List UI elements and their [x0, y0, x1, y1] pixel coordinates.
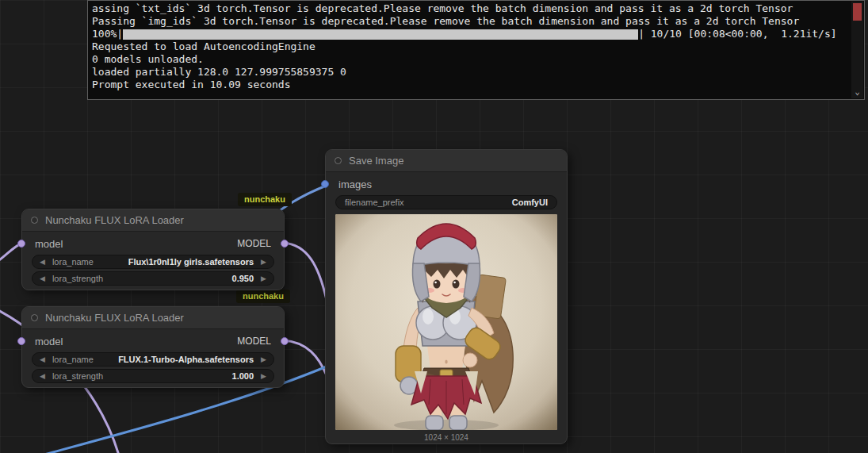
widget-label: lora_name	[52, 355, 94, 364]
arrow-right-icon[interactable]: ▶	[261, 258, 266, 266]
widget-lora-name[interactable]: ◀ lora_name FLUX.1-Turbo-Alpha.safetenso…	[32, 352, 274, 367]
arrow-right-icon[interactable]: ▶	[261, 372, 266, 380]
arrow-right-icon[interactable]: ▶	[261, 355, 266, 363]
node-header[interactable]: Nunchaku FLUX LoRA Loader	[22, 307, 284, 329]
knight-girl-illustration	[335, 214, 557, 430]
node-header[interactable]: Save Image	[326, 150, 567, 172]
node-badge-nunchaku: nunchaku	[236, 290, 290, 303]
widget-value: 0.950	[232, 274, 254, 283]
node-title: Nunchaku FLUX LoRA Loader	[45, 214, 184, 226]
widget-value: Flux\1r0nl1ly girls.safetensors	[128, 257, 254, 267]
collapse-dot[interactable]	[31, 314, 38, 321]
progress-bar-fill	[123, 29, 638, 40]
widget-filename-prefix[interactable]: filename_prefix ComfyUI	[335, 195, 557, 209]
widget-label: lora_strength	[52, 274, 103, 283]
progress-suffix: | 10/10 [00:08<00:00, 1.21it/s]	[638, 28, 836, 40]
node-graph-canvas[interactable]: assing `txt_ids` 3d torch.Tensor is depr…	[0, 0, 868, 453]
slot-row-model: model MODEL	[22, 235, 284, 252]
widget-label: filename_prefix	[345, 198, 404, 207]
scroll-down-arrow-icon[interactable]: ⌄	[851, 87, 863, 98]
slot-row-model: model MODEL	[22, 332, 284, 350]
widget-value: ComfyUI	[512, 198, 548, 207]
node-header[interactable]: Nunchaku FLUX LoRA Loader	[22, 209, 284, 232]
input-slot-model[interactable]	[17, 337, 25, 345]
image-resolution-caption: 1024 × 1024	[326, 433, 567, 442]
progress-line: 100%|| 10/10 [00:08<00:00, 1.21it/s]	[92, 28, 848, 40]
console-line: Requested to load AutoencodingEngine	[92, 40, 848, 53]
collapse-dot[interactable]	[31, 217, 38, 224]
console-log-panel: assing `txt_ids` 3d torch.Tensor is depr…	[87, 0, 865, 100]
widget-label: lora_strength	[52, 371, 103, 381]
arrow-left-icon[interactable]: ◀	[40, 355, 45, 363]
node-title: Nunchaku FLUX LoRA Loader	[45, 312, 184, 324]
generated-image-preview[interactable]	[335, 214, 557, 430]
input-slot-images[interactable]	[321, 180, 329, 188]
progress-prefix: 100%|	[92, 28, 123, 40]
console-scrollbar[interactable]: ⌄	[851, 2, 863, 98]
arrow-right-icon[interactable]: ▶	[261, 274, 266, 282]
console-line: Prompt executed in 10.09 seconds	[92, 79, 848, 91]
console-line: assing `txt_ids` 3d torch.Tensor is depr…	[92, 2, 848, 15]
input-slot-label: model	[35, 336, 63, 347]
node-nunchaku-flux-lora-loader-1[interactable]: Nunchaku FLUX LoRA Loader model MODEL ◀ …	[21, 209, 285, 290]
node-badge-nunchaku: nunchaku	[238, 193, 292, 206]
console-line: 0 models unloaded.	[92, 53, 848, 66]
widget-lora-strength[interactable]: ◀ lora_strength 0.950 ▶	[32, 271, 274, 286]
arrow-left-icon[interactable]: ◀	[40, 274, 45, 282]
console-line: Passing `img_ids` 3d torch.Tensor is dep…	[92, 15, 848, 28]
widget-value: 1.000	[232, 371, 254, 381]
input-slot-model[interactable]	[17, 240, 25, 248]
input-slot-label: model	[35, 238, 63, 250]
widget-lora-name[interactable]: ◀ lora_name Flux\1r0nl1ly girls.safetens…	[32, 255, 274, 269]
output-slot-model[interactable]	[281, 337, 289, 345]
widget-value: FLUX.1-Turbo-Alpha.safetensors	[118, 355, 254, 364]
node-title: Save Image	[349, 155, 403, 167]
widget-lora-strength[interactable]: ◀ lora_strength 1.000 ▶	[32, 369, 274, 383]
arrow-left-icon[interactable]: ◀	[40, 258, 45, 266]
scrollbar-thumb[interactable]	[853, 3, 862, 21]
node-nunchaku-flux-lora-loader-2[interactable]: Nunchaku FLUX LoRA Loader model MODEL ◀ …	[21, 306, 285, 388]
collapse-dot[interactable]	[335, 157, 342, 164]
slot-row-images: images	[326, 175, 567, 193]
node-save-image[interactable]: Save Image images filename_prefix ComfyU…	[325, 149, 568, 444]
input-slot-label: images	[338, 179, 372, 190]
arrow-left-icon[interactable]: ◀	[40, 372, 45, 380]
widget-label: lora_name	[52, 257, 94, 267]
console-line: loaded partially 128.0 127.999755859375 …	[92, 66, 848, 79]
output-slot-label: MODEL	[237, 336, 271, 347]
output-slot-model[interactable]	[281, 240, 289, 248]
output-slot-label: MODEL	[237, 238, 271, 249]
